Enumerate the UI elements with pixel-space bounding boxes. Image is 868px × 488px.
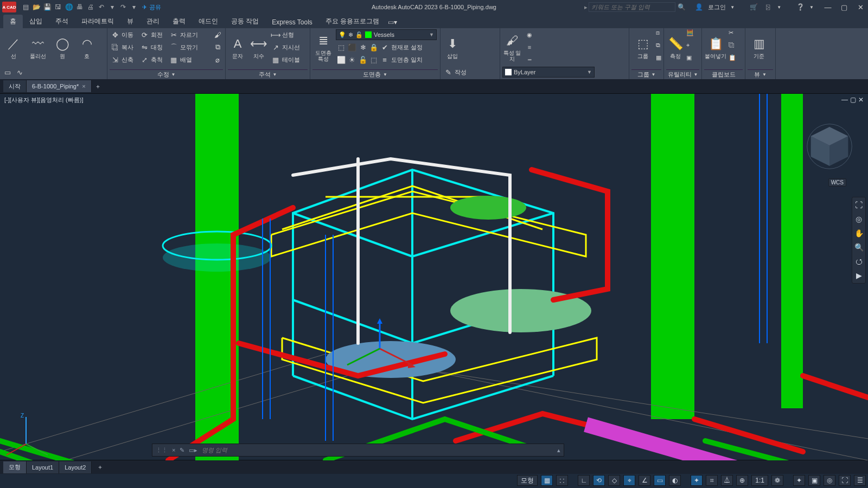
cmd-customize-icon[interactable]: ✎: [180, 447, 184, 454]
saveas-icon[interactable]: 🖫: [53, 2, 63, 12]
layer-iso-icon[interactable]: ⬚: [337, 43, 346, 52]
group-bb-icon[interactable]: ▦: [656, 54, 661, 65]
hatch-icon[interactable]: ▦: [14, 79, 25, 79]
tab-collab[interactable]: 공동 작업: [225, 15, 265, 28]
linetype-icon[interactable]: ┉: [524, 54, 535, 65]
polar-toggle[interactable]: ⟲: [593, 475, 605, 486]
hardware-accel-toggle[interactable]: ▣: [808, 475, 820, 486]
dim-button[interactable]: ⟷치수: [249, 29, 269, 65]
status-mode[interactable]: 모형: [517, 475, 538, 486]
tab-apps-icon[interactable]: ▭▾: [386, 16, 399, 28]
make-current-button[interactable]: 현재로 설정: [391, 43, 423, 52]
block-create-button[interactable]: ✎작성: [443, 67, 481, 78]
ellipse-icon[interactable]: ⬭: [2, 79, 13, 79]
paste-special-icon[interactable]: 📋: [729, 54, 736, 65]
group-edit-icon[interactable]: ⧉: [656, 42, 661, 53]
quickselect-icon[interactable]: ⌖: [686, 42, 694, 53]
search-icon[interactable]: 🔍: [676, 2, 686, 12]
arc-button[interactable]: ◠호: [75, 29, 98, 65]
vp-max-icon[interactable]: ▢: [850, 96, 856, 104]
layer-match-icon[interactable]: ≡: [380, 55, 389, 64]
anno-scale[interactable]: 1:1: [751, 475, 768, 486]
cmd-handle-icon[interactable]: ⋮⋮: [156, 447, 168, 454]
zoom-icon[interactable]: 🔍: [852, 243, 865, 252]
layer-thaw-icon[interactable]: ☀: [348, 55, 356, 64]
measure-button[interactable]: 📏측정: [666, 29, 685, 65]
steering-wheel-icon[interactable]: ◎: [852, 215, 865, 223]
tab-insert[interactable]: 삽입: [23, 15, 49, 28]
search-input[interactable]: [589, 2, 675, 12]
layer-freeze-icon[interactable]: ❄: [359, 43, 367, 52]
anno-vis-toggle[interactable]: ❁: [771, 475, 783, 486]
redo-icon[interactable]: ↷: [118, 2, 128, 12]
tab-start[interactable]: 시작: [3, 80, 27, 92]
tab-layout2[interactable]: Layout2: [59, 461, 92, 473]
web-open-icon[interactable]: 🌐: [64, 2, 74, 12]
close-icon[interactable]: ×: [82, 83, 85, 89]
command-input[interactable]: [202, 447, 553, 453]
linear-dim-button[interactable]: ⟼선형: [270, 29, 301, 40]
tab-annotate[interactable]: 주석: [49, 15, 75, 28]
copy-button[interactable]: ⿻복사⇋대칭⌒모깎기⧉: [110, 42, 223, 53]
chevron-down-icon[interactable]: ▾: [129, 2, 139, 12]
tab-manage[interactable]: 관리: [140, 15, 166, 28]
iso-toggle[interactable]: ◇: [608, 475, 620, 486]
app-logo[interactable]: A CAD: [2, 2, 16, 12]
brush-icon[interactable]: 🖌: [213, 30, 222, 39]
new-icon[interactable]: ▤: [21, 2, 30, 12]
insert-button[interactable]: ⬇삽입: [443, 29, 462, 65]
move-button[interactable]: ✥이동⟳회전✂자르기🖌: [110, 29, 223, 40]
layer-uniso-icon[interactable]: ⬚: [369, 55, 378, 64]
spline-icon[interactable]: ∿: [14, 67, 25, 78]
plot-icon[interactable]: 🖶: [75, 2, 85, 12]
pan-icon[interactable]: ✋: [852, 229, 865, 237]
login-label[interactable]: 로그인: [708, 3, 726, 11]
layer-unlock-icon[interactable]: 🔓: [359, 55, 367, 64]
offset-icon[interactable]: ⧉: [213, 43, 222, 52]
full-nav-icon[interactable]: ⛶: [852, 201, 865, 209]
close-button[interactable]: ✕: [853, 2, 868, 12]
tab-featured[interactable]: 주요 응용프로그램: [319, 15, 386, 28]
tab-addin[interactable]: 애드인: [192, 15, 225, 28]
circle-button[interactable]: ◯원: [51, 29, 74, 65]
clean-screen-toggle[interactable]: ⛶: [839, 475, 851, 486]
lineweight-icon[interactable]: ≡: [524, 42, 535, 53]
cmd-history-icon[interactable]: ▴: [557, 447, 560, 454]
lwt-toggle[interactable]: ▭: [654, 475, 666, 486]
open-icon[interactable]: 📂: [31, 2, 41, 12]
layer-prop-button[interactable]: ≣도면층 특성: [312, 29, 334, 65]
drawing-canvas[interactable]: [-][사용자 뷰][음영처리 (빠름)] — ▢ ✕ WCS ⛶ ◎ ✋ 🔍 …: [0, 93, 868, 460]
copy-clip-icon[interactable]: ⿻: [729, 42, 736, 53]
help-icon[interactable]: ❔: [795, 2, 805, 12]
color-wheel-icon[interactable]: ◉: [524, 29, 535, 40]
group-button[interactable]: ⬚그룹: [631, 29, 654, 65]
layer-match-button[interactable]: 도면층 일치: [391, 56, 423, 64]
polyline-button[interactable]: 〰폴리선: [27, 29, 49, 65]
ortho-toggle[interactable]: ∟: [578, 475, 590, 486]
tab-parametric[interactable]: 파라메트릭: [75, 15, 120, 28]
new-tab-button[interactable]: ＋: [92, 80, 105, 92]
calc-icon[interactable]: 🧮: [686, 29, 694, 40]
chevron-down-icon[interactable]: ▾: [107, 2, 117, 12]
tab-layout1[interactable]: Layout1: [27, 461, 59, 473]
tab-drawing[interactable]: 6-B-1000_Piping*×: [27, 80, 92, 92]
text-button[interactable]: A문자: [228, 29, 247, 65]
cut-icon[interactable]: ✂: [729, 29, 736, 40]
layer-off-icon[interactable]: ⬛: [348, 43, 356, 52]
transparency-toggle[interactable]: ◐: [669, 475, 681, 486]
panel-caption[interactable]: 주석: [259, 70, 271, 79]
layer-dropdown[interactable]: 💡 ❄ 🔓 Vessels ▼: [336, 29, 437, 40]
selectall-icon[interactable]: ▣: [686, 54, 694, 65]
stretch-button[interactable]: ⇲신축⤢축척▦배열⌀: [110, 54, 223, 65]
chevron-down-icon[interactable]: ▼: [809, 5, 814, 10]
panel-caption[interactable]: 수정: [157, 70, 169, 79]
save-icon[interactable]: 💾: [42, 2, 52, 12]
panel-caption[interactable]: 뷰: [754, 70, 760, 79]
tab-model[interactable]: 모형: [3, 461, 27, 473]
explode-icon[interactable]: ⌀: [213, 55, 222, 64]
tab-output[interactable]: 출력: [166, 15, 192, 28]
command-line[interactable]: ⋮⋮ × ✎ ▭▸ ▴: [152, 444, 564, 457]
cmd-close-icon[interactable]: ×: [172, 447, 175, 453]
vp-close-icon[interactable]: ✕: [858, 96, 864, 104]
showmotion-icon[interactable]: ▶: [852, 271, 865, 280]
